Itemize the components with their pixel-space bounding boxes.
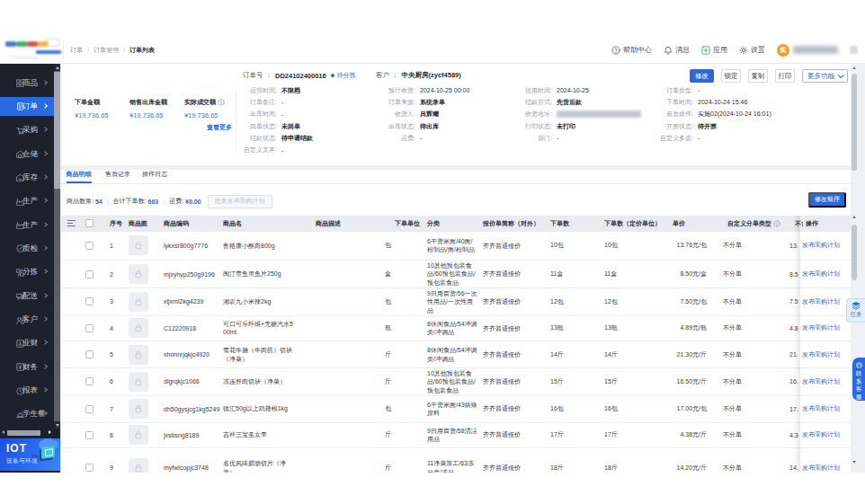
field-value: 2024-10-25 [557,87,589,93]
row-checkbox[interactable] [85,261,94,287]
sidebar-item-5-库存[interactable]: 库存 [0,168,54,187]
table-row-2: 2mjxyhyp250g9196闽汀查鱼黑鱼片250g盒10其他预包装食品/60… [61,261,851,288]
scroll-up-icon[interactable] [54,64,60,71]
row-checkbox[interactable] [85,288,94,315]
tab-售后记录[interactable]: 售后记录 [105,170,130,183]
info-icon[interactable] [773,220,780,227]
modify-button[interactable]: 修改 [690,69,714,83]
tab-商品明细[interactable]: 商品明细 [67,170,92,183]
modify-sequence-button[interactable]: 修改顺序 [808,192,846,208]
row-checkbox[interactable] [85,368,94,395]
task-widget[interactable]: 任务 [846,298,865,323]
publish-purchase-plan-link[interactable]: 发布采购计划 [802,232,840,261]
scroll-right-icon[interactable] [47,429,54,437]
row-checkbox[interactable] [85,341,94,367]
print-button[interactable]: 打印 [775,69,795,83]
lock-button[interactable]: 锁定 [721,69,741,83]
scroll-down-icon[interactable] [851,459,857,466]
cell-image[interactable] [129,396,148,422]
cell-quote: 齐齐普通报价 [483,316,546,341]
publish-purchase-plan-link[interactable]: 发布采购计划 [802,341,840,367]
image-placeholder-icon [134,323,143,332]
publish-purchase-plan-link[interactable]: 发布采购计划 [802,448,840,473]
sidebar-item-11-客户[interactable]: 客户 [0,311,54,330]
cell-image[interactable] [129,423,148,447]
breadcrumb-item[interactable]: 订单管理 [94,46,119,55]
sidebar-scrollbar-thumb[interactable] [54,72,60,189]
publish-purchase-plan-link[interactable]: 发布采购计划 [802,261,840,287]
more-actions-button[interactable]: 更多功能 [802,69,848,83]
sidebar-item-6-生产[interactable]: 生产 [0,192,54,211]
select-all-checkbox[interactable] [85,216,94,232]
page-scrollbar[interactable] [851,64,857,213]
nav-item-label: 帮助中心 [623,45,652,55]
table-scrollbar-thumb[interactable] [852,225,857,280]
cell-image[interactable] [129,261,148,287]
breadcrumb-item: 订单列表 [129,46,155,55]
row-checkbox[interactable] [85,448,94,473]
publish-purchase-plan-link[interactable]: 发布采购计划 [802,396,840,422]
tab-操作日志[interactable]: 操作日志 [142,170,167,183]
cell-name: 可口可乐纤维+无糖汽水500ml [223,316,295,341]
publish-purchase-plan-link[interactable]: 发布采购计划 [802,288,840,315]
sidebar-item-14-报表[interactable]: 报表 [0,382,54,401]
nav-bell-item[interactable]: 消息 [664,45,690,55]
order-field: 运营时间:不限档 [212,84,313,96]
publish-purchase-plan-link[interactable]: 发布采购计划 [802,316,840,341]
sidebar-horizontal-scrollbar[interactable] [0,429,60,437]
app-window: 订单/订单管理/订单列表 帮助中心消息应用设置实 商品订单采购仓储库存生产生产质… [0,36,865,473]
avatar: 实 [777,44,789,57]
sidebar-hscrollbar-thumb[interactable] [7,430,40,436]
sidebar-item-4-仓储[interactable]: 仓储 [0,145,54,164]
user-account[interactable]: 实 [777,44,838,57]
iot-banner[interactable]: IOT 设备与环境 [0,438,60,471]
row-checkbox[interactable] [85,316,94,341]
row-checkbox[interactable] [85,232,94,261]
row-checkbox[interactable] [85,396,94,422]
order-field-column-1: 运营时间:不限档订单备注:-出库时间:-回单状态:未回单结款状态:待申请结款自定… [212,84,313,156]
sidebar-vertical-scrollbar[interactable] [54,64,60,429]
image-placeholder-icon [134,464,143,473]
row-checkbox[interactable] [85,423,94,447]
cell-image[interactable] [129,288,148,315]
copy-button[interactable]: 复制 [748,69,768,83]
column-settings-icon[interactable] [67,216,76,232]
nav-apps-item[interactable]: 应用 [701,45,727,55]
sidebar-item-7-生产[interactable]: 生产 [0,216,54,234]
cell-image[interactable] [129,232,148,261]
scroll-up-icon[interactable] [851,64,857,71]
sidebar-item-10-配送[interactable]: 配送 [0,287,54,305]
cell-image[interactable] [129,368,148,395]
contact-support-widget[interactable]: 联系客服 [852,358,865,401]
table-scrollbar[interactable] [851,214,857,466]
nav-help-item[interactable]: 帮助中心 [611,45,652,55]
field-label: 回单状态: [212,122,277,131]
cell-unit: 斤 [385,423,391,447]
scroll-left-icon[interactable] [0,429,7,437]
sidebar-item-9-分拣[interactable]: 分拣 [0,263,54,282]
nav-gear-item[interactable]: 设置 [739,45,765,55]
cell-name: 冻连肝肉切块（净菜） [223,368,295,395]
sidebar-item-15-学生餐[interactable]: 学生餐 [0,405,54,424]
batch-publish-button[interactable]: 批量发布采购计划 [208,195,272,208]
cell-quote: 齐齐普通报价 [483,288,546,315]
chevron-right-icon [42,269,48,274]
colon: ： [266,71,273,80]
sidebar-item-12-业财[interactable]: 业财 [0,334,54,353]
publish-purchase-plan-link[interactable]: 发布采购计划 [802,368,840,395]
scroll-up-icon[interactable] [851,214,857,221]
scroll-down-icon[interactable] [54,421,60,429]
cell-image[interactable] [129,316,148,341]
cell-image[interactable] [129,341,148,367]
sidebar-item-3-采购[interactable]: 采购 [0,121,54,140]
breadcrumb-item[interactable]: 订单 [70,46,83,55]
col-header-name: 商品名 [223,216,242,232]
page-scrollbar-thumb[interactable] [852,74,857,171]
sidebar-item-13-财务[interactable]: 财务 [0,358,54,376]
sidebar-item-2-订单[interactable]: 订单 [0,97,54,116]
field-value: 待申请结款 [281,134,313,143]
sidebar-item-1-商品[interactable]: 商品 [0,74,54,93]
sidebar-item-8-质检[interactable]: 质检 [0,239,54,258]
cell-image[interactable] [129,448,148,473]
publish-purchase-plan-link[interactable]: 发布采购计划 [802,423,840,447]
